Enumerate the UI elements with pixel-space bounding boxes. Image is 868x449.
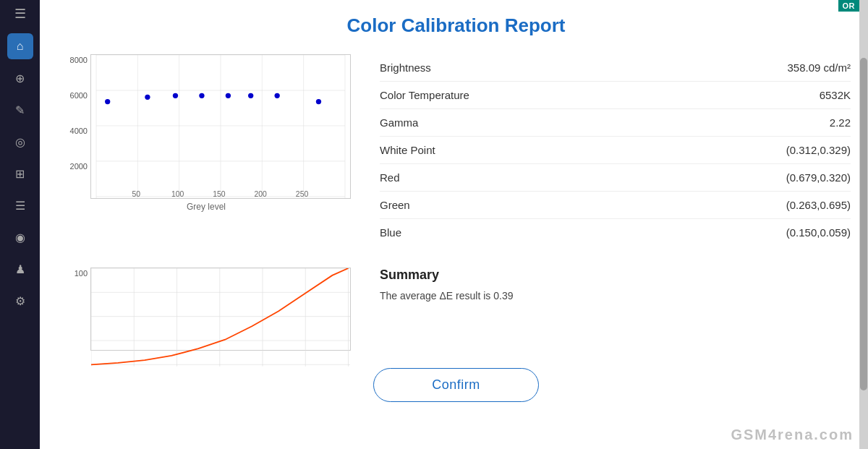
menu-icon[interactable]: ☰: [14, 6, 26, 22]
summary-body: The average ΔE result is 0.39: [380, 290, 851, 302]
gamma-y-axis: 100: [61, 268, 88, 351]
chart-wrapper: 8000 6000 4000 2000: [61, 54, 351, 199]
content-area: Color Calibration Report 8000 6000 4000 …: [40, 0, 868, 449]
metrics-table: Brightness 358.09 cd/m² Color Temperatur…: [380, 54, 851, 246]
svg-point-17: [248, 93, 253, 98]
metric-red-label: Red: [380, 171, 400, 184]
metric-brightness-label: Brightness: [380, 61, 431, 74]
gamma-chart-svg: [91, 268, 350, 367]
brightness-chart-svg: 50 100 150 200 250: [91, 55, 350, 198]
svg-text:200: 200: [255, 190, 268, 198]
metric-blue: Blue (0.150,0.059): [380, 219, 851, 246]
brightness-chart-container: 8000 6000 4000 2000: [61, 54, 351, 246]
summary-section: 100: [61, 268, 851, 351]
svg-point-19: [316, 99, 321, 104]
sidebar-item-gear[interactable]: ⚙: [7, 288, 33, 314]
svg-point-14: [173, 93, 178, 98]
y-label-8000: 8000: [61, 56, 88, 64]
sidebar-item-bell[interactable]: ◎: [7, 129, 33, 155]
svg-text:100: 100: [171, 190, 184, 198]
sidebar-item-search[interactable]: ⊕: [7, 65, 33, 91]
metric-blue-label: Blue: [380, 226, 401, 239]
confirm-section: Confirm: [61, 368, 851, 402]
metric-white-point-value: (0.312,0.329): [786, 144, 851, 156]
gamma-chart-wrapper: 100: [61, 268, 351, 351]
summary-title: Summary: [380, 268, 851, 283]
metric-white-point-label: White Point: [380, 144, 435, 156]
sidebar: ☰ ⌂ ⊕ ✎ ◎ ⊞ ☰ ◉ ♟ ⚙: [0, 0, 40, 449]
svg-text:150: 150: [213, 190, 226, 198]
metric-gamma: Gamma 2.22: [380, 109, 851, 137]
svg-point-13: [145, 95, 150, 100]
gamma-y-100: 100: [61, 269, 88, 278]
gamma-chart-container: 100: [61, 268, 351, 351]
sidebar-item-headset[interactable]: ◉: [7, 224, 33, 250]
metric-red-value: (0.679,0.320): [786, 171, 851, 184]
svg-text:50: 50: [132, 190, 140, 198]
metric-color-temp: Color Temperature 6532K: [380, 82, 851, 109]
top-badge: OR: [838, 0, 860, 12]
metric-gamma-value: 2.22: [830, 116, 851, 129]
sidebar-item-grid[interactable]: ⊞: [7, 161, 33, 187]
scrollbar-thumb[interactable]: [860, 58, 867, 390]
sidebar-item-user[interactable]: ♟: [7, 256, 33, 282]
scrollbar-track[interactable]: [859, 0, 868, 449]
metric-green: Green (0.263,0.695): [380, 192, 851, 219]
svg-point-15: [199, 93, 204, 98]
page-title: Color Calibration Report: [61, 14, 851, 37]
gamma-chart: [90, 268, 351, 351]
svg-point-12: [105, 99, 110, 104]
metric-color-temp-label: Color Temperature: [380, 89, 469, 101]
metric-red: Red (0.679,0.320): [380, 164, 851, 192]
y-axis-labels: 8000 6000 4000 2000: [61, 54, 88, 199]
main-content: OR Color Calibration Report 8000 6000 40…: [40, 0, 868, 449]
sidebar-item-home[interactable]: ⌂: [7, 33, 33, 59]
confirm-button[interactable]: Confirm: [373, 368, 539, 402]
metric-brightness: Brightness 358.09 cd/m²: [380, 54, 851, 82]
y-label-4000: 4000: [61, 127, 88, 135]
main-data-section: 8000 6000 4000 2000: [61, 54, 851, 246]
summary-text-area: Summary The average ΔE result is 0.39: [380, 268, 851, 351]
metric-color-temp-value: 6532K: [820, 89, 851, 101]
chart1-x-label: Grey level: [61, 202, 351, 212]
metric-blue-value: (0.150,0.059): [786, 226, 851, 239]
metric-green-value: (0.263,0.695): [786, 199, 851, 211]
metric-green-label: Green: [380, 199, 410, 211]
sidebar-item-doc[interactable]: ☰: [7, 192, 33, 218]
svg-text:250: 250: [296, 190, 309, 198]
brightness-chart: 50 100 150 200 250: [90, 54, 351, 199]
y-label-6000: 6000: [61, 91, 88, 100]
svg-point-16: [226, 93, 231, 98]
metric-gamma-label: Gamma: [380, 116, 418, 129]
y-label-2000: 2000: [61, 162, 88, 171]
metric-white-point: White Point (0.312,0.329): [380, 137, 851, 164]
sidebar-item-edit[interactable]: ✎: [7, 97, 33, 123]
metric-brightness-value: 358.09 cd/m²: [787, 61, 851, 74]
svg-point-18: [275, 93, 280, 98]
